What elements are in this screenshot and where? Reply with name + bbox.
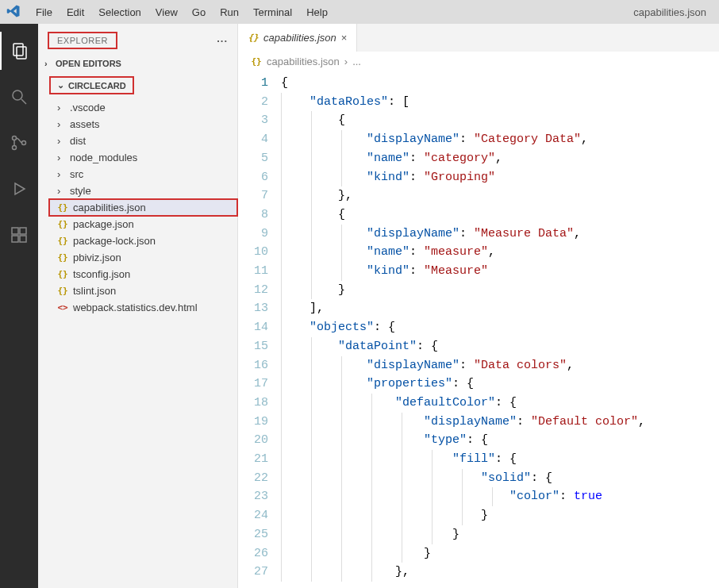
chevron-right-icon: ›: [57, 135, 65, 147]
json-icon: {}: [251, 56, 262, 67]
sidebar-more-icon[interactable]: ···: [217, 35, 228, 47]
sidebar: EXPLORER ··· › OPEN EDITORS ⌄ CIRCLECARD…: [38, 24, 238, 588]
folder-label: src: [70, 168, 83, 180]
menu-terminal[interactable]: Terminal: [246, 5, 299, 20]
file-label: tslint.json: [73, 285, 116, 297]
chevron-right-icon: ›: [57, 185, 65, 197]
scm-icon[interactable]: [0, 124, 38, 162]
svg-point-6: [22, 141, 26, 145]
folder-src[interactable]: ›src: [49, 166, 237, 183]
tab-capabilities[interactable]: {} capabilities.json ×: [238, 24, 357, 52]
svg-point-2: [13, 90, 22, 100]
chevron-right-icon: ›: [57, 168, 65, 180]
json-icon: {}: [57, 219, 68, 229]
folder-node-modules[interactable]: ›node_modules: [49, 149, 237, 166]
menu-go[interactable]: Go: [185, 5, 213, 20]
menu-file[interactable]: File: [29, 5, 60, 20]
folder-style[interactable]: ›style: [49, 183, 237, 199]
menu-view[interactable]: View: [148, 5, 185, 20]
folder-label: style: [70, 185, 91, 197]
folder-label: .vscode: [70, 102, 106, 113]
code-body[interactable]: { "dataRoles": [ { "displayName": "Categ…: [281, 71, 719, 588]
vs-logo-icon: [6, 4, 25, 21]
json-icon: {}: [57, 236, 68, 246]
file-capabilities-json[interactable]: {}capabilities.json: [49, 199, 237, 216]
folder-label: node_modules: [70, 152, 137, 163]
svg-rect-9: [20, 228, 26, 234]
folder-label: dist: [70, 135, 86, 147]
chevron-right-icon: ›: [344, 56, 348, 67]
line-gutter: 1234567891011121314151617181920212223242…: [243, 71, 281, 588]
extensions-icon[interactable]: [0, 216, 38, 254]
file-label: capabilities.json: [73, 202, 146, 213]
json-icon: {}: [57, 269, 68, 279]
html-icon: <>: [57, 302, 68, 313]
svg-marker-7: [15, 183, 25, 194]
file-label: pbiviz.json: [73, 252, 121, 263]
chevron-right-icon: ›: [57, 152, 65, 163]
close-icon[interactable]: ×: [341, 32, 348, 44]
file-label: tsconfig.json: [73, 268, 130, 280]
open-editors-label: OPEN EDITORS: [56, 59, 121, 68]
menu-run[interactable]: Run: [213, 5, 246, 20]
file-label: package-lock.json: [73, 235, 156, 247]
svg-point-5: [13, 146, 17, 150]
project-section[interactable]: ⌄ CIRCLECARD: [43, 73, 233, 98]
editor: {} capabilities.json × {} capabilities.j…: [238, 24, 719, 588]
chevron-right-icon: ›: [44, 59, 52, 68]
file-tsconfig-json[interactable]: {}tsconfig.json: [49, 266, 237, 282]
code-area[interactable]: 1234567891011121314151617181920212223242…: [238, 71, 719, 588]
chevron-down-icon: ⌄: [57, 80, 65, 90]
project-label: CIRCLECARD: [68, 81, 126, 90]
folder-assets[interactable]: ›assets: [49, 116, 237, 133]
file-pbiviz-json[interactable]: {}pbiviz.json: [49, 249, 237, 266]
svg-rect-1: [17, 47, 26, 59]
svg-rect-0: [13, 44, 23, 56]
folder--vscode[interactable]: ›.vscode: [49, 99, 237, 116]
file-label: package.json: [73, 218, 134, 230]
svg-point-4: [13, 136, 17, 140]
file-package-lock-json[interactable]: {}package-lock.json: [49, 233, 237, 249]
svg-line-3: [21, 99, 26, 104]
folder-label: assets: [70, 118, 100, 130]
file-package-json[interactable]: {}package.json: [49, 216, 237, 233]
tab-label: capabilities.json: [263, 32, 336, 44]
file-webpack-statistics-dev-html[interactable]: <>webpack.statistics.dev.html: [49, 299, 237, 316]
breadcrumb[interactable]: {} capabilities.json › ...: [238, 52, 719, 71]
file-tslint-json[interactable]: {}tslint.json: [49, 282, 237, 299]
menubar: FileEditSelectionViewGoRunTerminalHelp c…: [0, 0, 719, 24]
menu-help[interactable]: Help: [299, 5, 335, 20]
search-icon[interactable]: [0, 78, 38, 116]
chevron-right-icon: ›: [57, 102, 65, 113]
explorer-icon[interactable]: [0, 32, 38, 70]
menu-edit[interactable]: Edit: [60, 5, 91, 20]
json-icon: {}: [57, 202, 68, 213]
chevron-right-icon: ›: [57, 118, 65, 130]
tab-bar: {} capabilities.json ×: [238, 24, 719, 52]
json-icon: {}: [57, 286, 68, 296]
file-tree: ›.vscode›assets›dist›node_modules›src›st…: [38, 99, 237, 316]
svg-rect-10: [12, 236, 18, 242]
debug-icon[interactable]: [0, 170, 38, 208]
menu-selection[interactable]: Selection: [91, 5, 148, 20]
breadcrumb-more: ...: [352, 56, 361, 67]
svg-rect-11: [20, 236, 26, 242]
folder-dist[interactable]: ›dist: [49, 133, 237, 149]
file-label: webpack.statistics.dev.html: [73, 302, 198, 313]
window-title: capabilities.json: [633, 6, 713, 18]
open-editors-section[interactable]: › OPEN EDITORS: [38, 56, 237, 71]
svg-rect-8: [12, 228, 18, 234]
json-icon: {}: [57, 252, 68, 263]
activity-bar: [0, 24, 38, 588]
json-icon: {}: [248, 33, 259, 43]
sidebar-title: EXPLORER: [48, 32, 117, 49]
breadcrumb-file: capabilities.json: [267, 56, 340, 67]
